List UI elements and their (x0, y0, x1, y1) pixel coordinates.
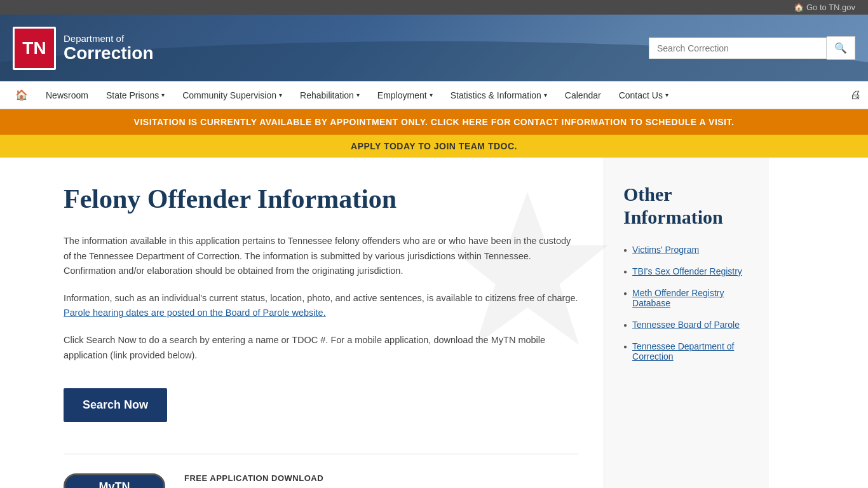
join-tdoc-banner[interactable]: APPLY TODAY TO JOIN TEAM TDOC. (0, 135, 868, 158)
nav-home[interactable]: 🏠 (6, 81, 37, 109)
nav-item-rehabilitation[interactable]: Rehabilitation ▾ (291, 83, 369, 108)
search-icon: 🔍 (834, 42, 847, 54)
sidebar-list: Victims' Program TBI's Sex Offender Regi… (623, 245, 756, 362)
paragraph-3: Click Search Now to do a search by enter… (64, 333, 578, 362)
sidebar: Other Information Victims' Program TBI's… (604, 158, 769, 488)
paragraph-1: The information available in this applic… (64, 234, 578, 278)
search-now-button[interactable]: Search Now (64, 388, 167, 422)
paragraph-2: Information, such as an individual's cur… (64, 291, 578, 320)
visitation-banner[interactable]: VISITATION IS CURRENTLY AVAILABLE BY APP… (0, 109, 868, 135)
chevron-down-icon: ▾ (544, 92, 547, 98)
chevron-down-icon: ▾ (279, 92, 282, 98)
main-layout: Felony Offender Information The informat… (0, 158, 868, 488)
app-title: FREE APPLICATION DOWNLOAD (184, 473, 578, 483)
nav-item-contact-us[interactable]: Contact Us ▾ (610, 83, 677, 108)
nav-item-statistics[interactable]: Statistics & Information ▾ (442, 83, 556, 108)
sidebar-link-victims-program[interactable]: Victims' Program (632, 245, 699, 255)
main-content: Felony Offender Information The informat… (0, 158, 604, 488)
dept-of-label: Department of (64, 33, 154, 44)
nav-bar: 🏠 Newsroom State Prisons ▾ Community Sup… (0, 81, 868, 109)
search-area: 🔍 (649, 36, 855, 60)
search-input[interactable] (649, 37, 827, 59)
nav-item-newsroom[interactable]: Newsroom (37, 83, 97, 108)
sidebar-link-tbi-sex-offender[interactable]: TBI's Sex Offender Registry (632, 266, 742, 276)
divider (64, 454, 578, 454)
search-button[interactable]: 🔍 (827, 36, 855, 60)
header: TN Department of Correction 🔍 (0, 15, 868, 81)
nav-item-state-prisons[interactable]: State Prisons ▾ (97, 83, 173, 108)
nav-item-calendar[interactable]: Calendar (556, 83, 610, 108)
chevron-down-icon: ▾ (665, 92, 668, 98)
logo-area: TN Department of Correction (13, 27, 154, 70)
correction-label: Correction (64, 44, 154, 64)
list-item: Meth Offender Registry Database (623, 288, 756, 308)
list-item: Tennessee Department of Correction (623, 341, 756, 362)
list-item: TBI's Sex Offender Registry (623, 266, 756, 276)
phone-mockup: MyTN 📅 January 28, 2020 (64, 473, 165, 488)
sidebar-link-meth-offender[interactable]: Meth Offender Registry Database (632, 288, 756, 308)
tn-logo-text: TN (22, 39, 46, 57)
top-bar: 🏠 Go to TN.gov (0, 0, 868, 15)
phone-app-name: MyTN (65, 475, 163, 488)
nav-item-employment[interactable]: Employment ▾ (369, 83, 442, 108)
tn-logo[interactable]: TN (13, 27, 56, 70)
print-icon[interactable]: 🖨 (850, 88, 862, 102)
sidebar-link-tdoc[interactable]: Tennessee Department of Correction (632, 341, 756, 362)
app-text-content: FREE APPLICATION DOWNLOAD Felony Offende… (184, 473, 578, 488)
chevron-down-icon: ▾ (430, 92, 433, 98)
chevron-down-icon: ▾ (356, 92, 360, 98)
list-item: Tennessee Board of Parole (623, 320, 756, 330)
sidebar-link-board-of-parole[interactable]: Tennessee Board of Parole (632, 320, 740, 330)
logo-dept-text: Department of Correction (64, 33, 154, 64)
nav-item-community-supervision[interactable]: Community Supervision ▾ (173, 83, 291, 108)
list-item: Victims' Program (623, 245, 756, 255)
sidebar-title: Other Information (623, 183, 756, 229)
chevron-down-icon: ▾ (161, 92, 165, 98)
content-wrapper: Felony Offender Information The informat… (0, 158, 868, 488)
parole-link[interactable]: Parole hearing dates are posted on the B… (64, 308, 326, 318)
go-to-tn-link[interactable]: 🏠 Go to TN.gov (794, 3, 855, 12)
page-title: Felony Offender Information (64, 183, 578, 215)
app-section: MyTN 📅 January 28, 2020 FREE APPLICATION… (64, 473, 578, 488)
